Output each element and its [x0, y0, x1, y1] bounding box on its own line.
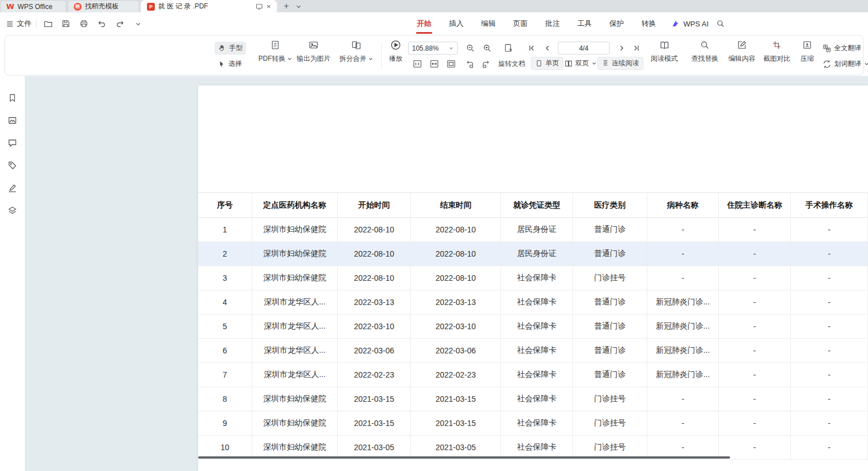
single-page-toggle[interactable]: 单页: [531, 57, 563, 70]
first-page-button[interactable]: [527, 42, 536, 55]
table-row[interactable]: 6深圳市龙华区人...2022-03-062022-03-06社会保障卡普通门诊…: [198, 339, 868, 363]
window-mode-icon[interactable]: [256, 3, 263, 10]
table-cell: 深圳市龙华区人...: [252, 363, 338, 387]
left-panel-bar: [0, 76, 25, 471]
rotate-right-button[interactable]: [481, 57, 490, 70]
hand-tool-button[interactable]: 手型: [214, 42, 246, 55]
play-button[interactable]: 播放: [383, 39, 408, 72]
save-button[interactable]: [59, 17, 73, 30]
table-cell: 社会保障卡: [501, 411, 573, 436]
word-translate-button[interactable]: 划词翻译: [822, 57, 868, 70]
rotate-left-button[interactable]: [466, 57, 475, 70]
tab-document-pdf[interactable]: P 就 医 记 录 .PDF ×: [141, 0, 277, 12]
thumbnail-icon[interactable]: [7, 115, 17, 125]
comment-icon[interactable]: [7, 138, 17, 148]
chevron-down-icon: [135, 21, 141, 27]
actual-size-button[interactable]: [413, 57, 422, 70]
tab-comment[interactable]: 批注: [536, 12, 569, 35]
table-cell: 2022-08-10: [338, 266, 411, 290]
open-file-button[interactable]: [41, 17, 55, 30]
play-label: 播放: [389, 54, 402, 64]
quick-access-chevron[interactable]: [131, 17, 145, 30]
edit-content-button[interactable]: 编辑内容: [724, 39, 759, 72]
table-cell: -: [647, 411, 719, 436]
pdf-page[interactable]: 序号定点医药机构名称开始时间结束时间就诊凭证类型医疗类别病种名称住院主诊断名称手…: [198, 86, 868, 471]
tab-edit[interactable]: 编辑: [472, 12, 504, 35]
new-tab-icon[interactable]: +: [284, 2, 289, 11]
read-mode-icon: [659, 40, 670, 51]
table-cell: 2022-08-10: [411, 242, 501, 266]
menu-search-button[interactable]: [714, 17, 727, 30]
page-number-input[interactable]: 4/4: [558, 42, 610, 55]
zoom-in-icon: [482, 43, 492, 53]
tab-wps-office[interactable]: W WPS Office: [0, 0, 66, 12]
tab-convert[interactable]: 转换: [633, 12, 665, 35]
table-row[interactable]: 9深圳市妇幼保健院2021-03-152021-03-15社会保障卡门诊挂号--…: [198, 411, 868, 436]
table-header-cell: 住院主诊断名称: [719, 193, 791, 218]
search-icon: [716, 19, 725, 28]
table-cell: 9: [198, 411, 252, 436]
continuous-read-toggle[interactable]: 连续阅读: [597, 57, 643, 70]
tab-protect[interactable]: 保护: [601, 12, 633, 35]
bookmark-icon[interactable]: [7, 93, 17, 103]
prev-page-button[interactable]: [543, 42, 552, 55]
table-header-cell: 定点医药机构名称: [252, 193, 338, 218]
tab-home[interactable]: 开始: [408, 12, 440, 35]
word-translate-icon: [822, 60, 831, 69]
tab-page[interactable]: 页面: [504, 12, 536, 35]
zoom-value: 105.88%: [412, 44, 439, 52]
undo-button[interactable]: [95, 17, 109, 30]
full-translate-label: 全文翻译: [834, 43, 861, 53]
find-replace-button[interactable]: 查找替换: [687, 39, 722, 72]
table-cell: 普通门诊: [573, 315, 647, 339]
print-button[interactable]: [77, 17, 91, 30]
table-row[interactable]: 1深圳市妇幼保健院2022-08-102022-08-10居民身份证普通门诊--…: [198, 218, 868, 242]
full-translate-button[interactable]: 全文翻译: [822, 42, 861, 55]
next-page-button[interactable]: [618, 42, 626, 55]
double-page-button[interactable]: 双页: [565, 57, 597, 70]
fit-page-button[interactable]: [446, 57, 456, 70]
tag-icon[interactable]: [7, 160, 17, 171]
zoom-out-button[interactable]: [466, 42, 475, 55]
table-header-row[interactable]: 序号定点医药机构名称开始时间结束时间就诊凭证类型医疗类别病种名称住院主诊断名称手…: [198, 193, 868, 218]
compress-button[interactable]: 压缩: [794, 39, 820, 72]
layers-icon[interactable]: [7, 205, 17, 216]
table-cell: 门诊挂号: [573, 411, 647, 436]
close-tab-icon[interactable]: ×: [266, 3, 271, 10]
export-image-button[interactable]: 输出为图片: [292, 39, 335, 72]
read-mode-label: 阅读模式: [651, 54, 678, 64]
select-tool-button[interactable]: 选择: [214, 57, 245, 70]
export-image-icon: [308, 40, 319, 50]
export-image-label: 输出为图片: [297, 54, 330, 64]
redo-icon: [115, 19, 124, 28]
table-row[interactable]: 3深圳市妇幼保健院2022-08-102022-08-10社会保障卡门诊挂号--…: [198, 266, 868, 290]
screenshot-compare-button[interactable]: 截图对比: [759, 39, 794, 72]
redo-button[interactable]: [113, 17, 127, 30]
page-zoom-button[interactable]: [504, 42, 513, 55]
zoom-select[interactable]: 105.88%: [408, 42, 458, 55]
table-row[interactable]: 7深圳市龙华区人...2022-02-232022-02-23社会保障卡普通门诊…: [198, 363, 868, 387]
annotation-pen-icon[interactable]: [7, 183, 17, 193]
tab-insert[interactable]: 插入: [440, 12, 472, 35]
table-cell: 新冠肺炎门诊...: [647, 290, 719, 315]
tab-tools[interactable]: 工具: [569, 12, 601, 35]
fit-width-button[interactable]: [429, 57, 439, 70]
file-menu-button[interactable]: 文件: [6, 19, 32, 29]
table-row[interactable]: 4深圳市龙华区人...2022-03-132022-03-13社会保障卡普通门诊…: [198, 290, 868, 315]
zoom-out-icon: [466, 43, 475, 53]
tab-docer-templates[interactable]: 稻 找稻壳模板: [68, 0, 140, 12]
read-mode-button[interactable]: 阅读模式: [648, 39, 681, 72]
last-page-icon: [632, 44, 641, 52]
table-row[interactable]: 2深圳市妇幼保健院2022-08-102022-08-10居民身份证普通门诊--…: [198, 242, 868, 266]
last-page-button[interactable]: [632, 42, 641, 55]
horizontal-scrollbar[interactable]: [198, 456, 730, 459]
table-cell: 社会保障卡: [501, 363, 573, 387]
pdf-convert-button[interactable]: PDF转换: [255, 39, 296, 72]
tab-list-chevron-icon[interactable]: [296, 3, 302, 10]
table-row[interactable]: 8深圳市妇幼保健院2021-03-152021-03-15社会保障卡门诊挂号--…: [198, 387, 868, 411]
wps-ai-button[interactable]: WPS AI: [671, 12, 709, 35]
table-row[interactable]: 5深圳市龙华区人...2022-03-102022-03-10社会保障卡普通门诊…: [198, 315, 868, 339]
rotate-doc-button[interactable]: 旋转文档: [498, 57, 525, 70]
split-merge-button[interactable]: 拆分合并: [336, 39, 377, 72]
zoom-in-button[interactable]: [482, 42, 492, 55]
